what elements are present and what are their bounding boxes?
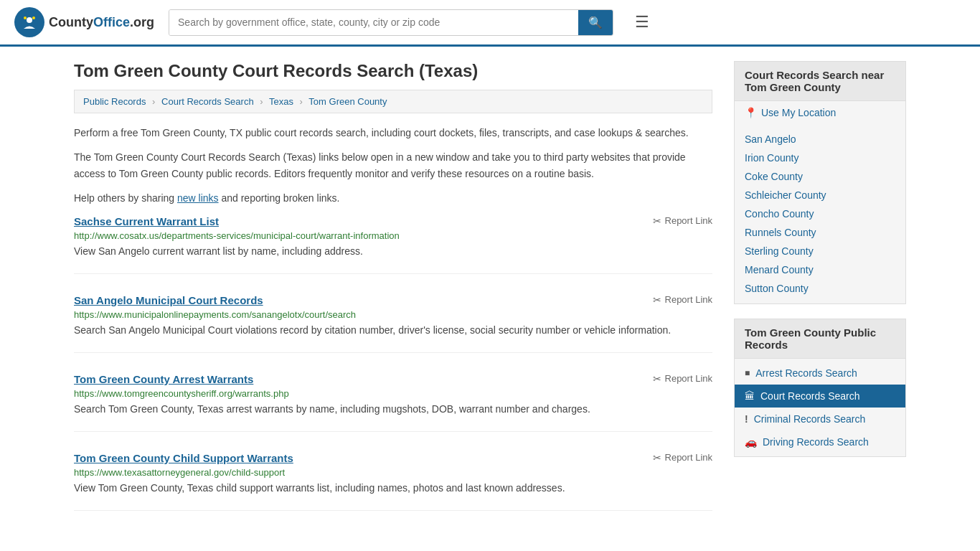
public-record-label-0: Arrest Records Search	[755, 367, 857, 379]
breadcrumb-sep-1: ›	[152, 96, 155, 107]
public-record-item-2: !Criminal Records Search	[735, 408, 905, 430]
breadcrumb-tom-green[interactable]: Tom Green County	[308, 96, 387, 107]
report-icon-2: ✂	[653, 373, 661, 385]
public-record-label-1: Court Records Search	[760, 390, 860, 402]
rec-icon-2: !	[745, 413, 748, 425]
record-title-0[interactable]: Sachse Current Warrant List	[74, 215, 219, 227]
report-label-1: Report Link	[665, 294, 712, 305]
record-desc-3: View Tom Green County, Texas child suppo…	[74, 481, 712, 496]
logo-text: CountyOffice.org	[49, 15, 154, 30]
record-title-3[interactable]: Tom Green County Child Support Warrants	[74, 452, 293, 464]
public-record-label-2: Criminal Records Search	[754, 413, 866, 425]
page-title: Tom Green County Court Records Search (T…	[74, 61, 712, 81]
rec-icon-0: ■	[745, 368, 750, 378]
record-desc-0: View San Angelo current warrant list by …	[74, 244, 712, 259]
report-link-button-2[interactable]: ✂ Report Link	[653, 373, 712, 385]
report-icon-3: ✂	[653, 452, 661, 463]
report-link-button-0[interactable]: ✂ Report Link	[653, 215, 712, 227]
report-link-button-1[interactable]: ✂ Report Link	[653, 294, 712, 306]
location-icon: 📍	[745, 107, 757, 118]
record-header: Sachse Current Warrant List ✂ Report Lin…	[74, 215, 712, 227]
public-record-item-3: 🚗Driving Records Search	[735, 430, 905, 453]
hamburger-icon: ☰	[635, 13, 649, 31]
record-title-1[interactable]: San Angelo Municipal Court Records	[74, 294, 263, 306]
nearby-link-6[interactable]: Sterling County	[745, 245, 895, 257]
public-records-list: ■Arrest Records Search🏛Court Records Sea…	[735, 359, 905, 456]
nearby-item-0: San Angelo	[735, 130, 905, 149]
main-container: Tom Green County Court Records Search (T…	[60, 47, 920, 545]
public-record-link-0[interactable]: ■Arrest Records Search	[735, 362, 905, 385]
record-item: Tom Green County Arrest Warrants ✂ Repor…	[74, 373, 712, 432]
use-location: 📍 Use My Location	[735, 101, 905, 124]
search-button[interactable]: 🔍	[578, 10, 613, 35]
use-location-link[interactable]: Use My Location	[761, 107, 836, 118]
nearby-link-2[interactable]: Coke County	[745, 171, 895, 182]
nearby-title: Court Records Search near Tom Green Coun…	[735, 62, 905, 101]
public-record-item-1: 🏛Court Records Search	[735, 385, 905, 408]
nearby-link-3[interactable]: Schleicher County	[745, 189, 895, 201]
search-icon: 🔍	[588, 17, 603, 29]
breadcrumb-sep-2: ›	[260, 96, 263, 107]
new-links-link[interactable]: new links	[177, 192, 219, 204]
breadcrumb-court-records[interactable]: Court Records Search	[161, 96, 254, 107]
content-area: Tom Green County Court Records Search (T…	[74, 61, 712, 531]
nearby-link-5[interactable]: Runnels County	[745, 227, 895, 238]
record-desc-2: Search Tom Green County, Texas arrest wa…	[74, 402, 712, 417]
public-records-section: Tom Green County Public Records ■Arrest …	[734, 319, 906, 457]
menu-button[interactable]: ☰	[635, 13, 649, 32]
record-item: Tom Green County Child Support Warrants …	[74, 452, 712, 511]
sidebar: Court Records Search near Tom Green Coun…	[734, 61, 906, 531]
public-records-title: Tom Green County Public Records	[735, 319, 905, 359]
nearby-item-5: Runnels County	[735, 223, 905, 242]
report-icon-1: ✂	[653, 294, 661, 306]
nearby-item-8: Sutton County	[735, 279, 905, 298]
nearby-link-0[interactable]: San Angelo	[745, 133, 895, 145]
svg-point-3	[32, 17, 35, 19]
record-title-2[interactable]: Tom Green County Arrest Warrants	[74, 373, 253, 385]
search-bar: 🔍	[169, 9, 613, 36]
nearby-item-2: Coke County	[735, 167, 905, 186]
nearby-link-7[interactable]: Menard County	[745, 264, 895, 276]
report-label-2: Report Link	[665, 373, 712, 384]
nearby-item-6: Sterling County	[735, 242, 905, 260]
nearby-list: San AngeloIrion CountyCoke CountySchleic…	[735, 124, 905, 303]
rec-icon-1: 🏛	[745, 390, 755, 402]
breadcrumb: Public Records › Court Records Search › …	[74, 90, 712, 113]
report-label-3: Report Link	[665, 452, 712, 463]
description-3: Help others by sharing new links and rep…	[74, 190, 712, 206]
report-icon-0: ✂	[653, 215, 661, 227]
report-label-0: Report Link	[665, 215, 712, 226]
breadcrumb-sep-3: ›	[300, 96, 303, 107]
record-header: Tom Green County Child Support Warrants …	[74, 452, 712, 464]
svg-point-1	[27, 17, 32, 23]
search-input[interactable]	[169, 10, 578, 35]
description-3-suffix: and reporting broken links.	[219, 192, 340, 204]
public-record-item-0: ■Arrest Records Search	[735, 362, 905, 385]
rec-icon-3: 🚗	[745, 436, 757, 448]
record-header: San Angelo Municipal Court Records ✂ Rep…	[74, 294, 712, 306]
breadcrumb-texas[interactable]: Texas	[269, 96, 293, 107]
record-url-1: https://www.municipalonlinepayments.com/…	[74, 309, 712, 320]
site-logo[interactable]: CountyOffice.org	[14, 7, 154, 37]
svg-point-2	[24, 17, 27, 19]
nearby-item-3: Schleicher County	[735, 186, 905, 204]
description-2: The Tom Green County Court Records Searc…	[74, 149, 712, 182]
report-link-button-3[interactable]: ✂ Report Link	[653, 452, 712, 463]
record-header: Tom Green County Arrest Warrants ✂ Repor…	[74, 373, 712, 385]
public-record-link-3[interactable]: 🚗Driving Records Search	[735, 430, 905, 453]
record-desc-1: Search San Angelo Municipal Court violat…	[74, 323, 712, 338]
record-item: San Angelo Municipal Court Records ✂ Rep…	[74, 294, 712, 353]
record-item: Sachse Current Warrant List ✂ Report Lin…	[74, 215, 712, 274]
public-record-link-2[interactable]: !Criminal Records Search	[735, 408, 905, 430]
breadcrumb-public-records[interactable]: Public Records	[83, 96, 146, 107]
record-url-3: https://www.texasattorneygeneral.gov/chi…	[74, 467, 712, 478]
nearby-link-4[interactable]: Concho County	[745, 208, 895, 220]
public-record-link-1[interactable]: 🏛Court Records Search	[735, 385, 905, 408]
records-container: Sachse Current Warrant List ✂ Report Lin…	[74, 215, 712, 511]
record-url-2: https://www.tomgreencountysheriff.org/wa…	[74, 388, 712, 399]
nearby-link-8[interactable]: Sutton County	[745, 283, 895, 294]
nearby-section: Court Records Search near Tom Green Coun…	[734, 61, 906, 304]
nearby-link-1[interactable]: Irion County	[745, 152, 895, 164]
nearby-item-7: Menard County	[735, 260, 905, 279]
nearby-item-4: Concho County	[735, 204, 905, 223]
